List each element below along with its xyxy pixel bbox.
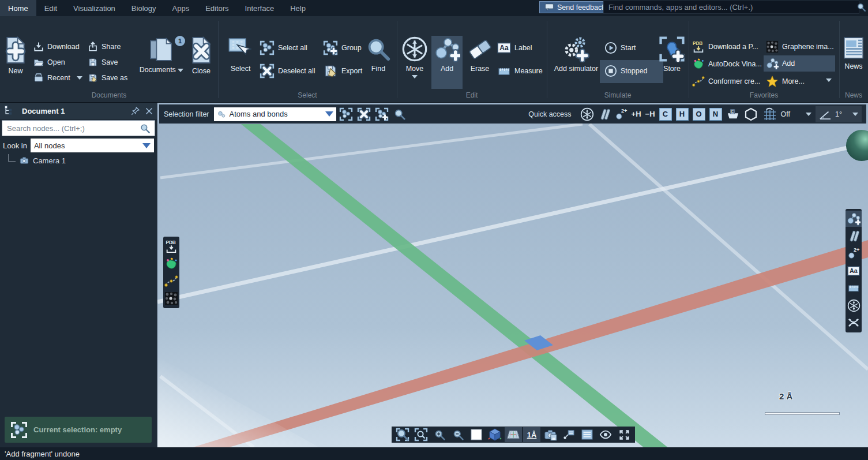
vp-deselect-all-button[interactable] [356, 107, 372, 122]
news-button[interactable]: News [842, 36, 865, 89]
overlay-text-button[interactable] [578, 427, 596, 442]
editors-mini-toolbar: 2+ Aa [846, 209, 862, 332]
angle-snap-control[interactable]: 1° [816, 106, 862, 122]
save-as-button[interactable]: Save as [88, 72, 127, 84]
mini-add-atoms-icon[interactable] [846, 211, 862, 227]
measure-button[interactable]: Measure [497, 65, 543, 77]
command-search-input[interactable] [603, 1, 859, 14]
background-color-button[interactable] [468, 427, 485, 442]
new-document-button[interactable]: New [2, 36, 29, 89]
mini-move-icon[interactable] [846, 297, 862, 313]
pin-icon[interactable] [131, 106, 140, 115]
mini-bond-icon[interactable] [846, 228, 862, 244]
zoom-in-button[interactable] [431, 427, 448, 442]
mini-twister-icon[interactable] [846, 315, 862, 331]
recent-button[interactable]: Recent [33, 72, 70, 84]
zoom-selection-button[interactable] [394, 427, 411, 442]
grid-dropdown-caret[interactable] [806, 113, 811, 116]
export-button[interactable]: Export [323, 65, 362, 77]
screenshot-button[interactable] [542, 427, 559, 442]
close-document-button[interactable]: Close [187, 36, 216, 89]
recent-dropdown-caret[interactable] [77, 76, 82, 80]
element-nitrogen-button[interactable]: N [709, 108, 722, 121]
fullscreen-button[interactable] [615, 427, 633, 442]
tab-interface[interactable]: Interface [237, 0, 283, 16]
select-all-button[interactable]: Select all [260, 42, 307, 54]
annotation-button[interactable] [560, 427, 577, 442]
star-icon [766, 75, 779, 88]
send-feedback-button[interactable]: Send feedback [539, 1, 611, 13]
element-carbon-button[interactable]: C [659, 108, 672, 121]
stopped-button[interactable]: Stopped [604, 65, 648, 77]
visibility-button[interactable] [597, 427, 614, 442]
search-icon[interactable] [856, 2, 866, 12]
remove-hydrogens-button[interactable]: −H [645, 110, 655, 118]
deselect-all-button[interactable]: Deselect all [260, 65, 315, 77]
qa-charge-icon[interactable]: 2+ [615, 108, 627, 121]
viewport-3d[interactable]: Selection filter Atoms and bonds Quick a… [157, 103, 868, 447]
start-button[interactable]: Start [604, 42, 636, 54]
favorite-autodock-button[interactable]: AutoDock Vina... [692, 58, 762, 70]
favorite-conformer-button[interactable]: Conformer cre... [692, 75, 760, 88]
show-grid-button[interactable] [505, 427, 522, 442]
download-button[interactable]: Download [33, 40, 80, 53]
favorite-download-pdb-button[interactable]: PDB Download a P... [692, 40, 758, 53]
move-button[interactable]: Move [400, 36, 429, 89]
open-button[interactable]: Open [33, 56, 65, 69]
favorites-more-caret[interactable] [826, 78, 832, 82]
store-button[interactable]: Store [657, 36, 686, 89]
mini-conformer-icon[interactable] [163, 273, 179, 289]
export-icon [323, 63, 338, 78]
selection-filter-dropdown[interactable]: Atoms and bonds [214, 107, 336, 121]
zoom-out-button[interactable] [449, 427, 467, 442]
save-button[interactable]: Save [88, 56, 118, 69]
tab-help[interactable]: Help [282, 0, 314, 16]
qa-bond-icon[interactable] [598, 108, 611, 121]
protractor-icon [819, 109, 832, 120]
erase-button[interactable]: Erase [465, 36, 495, 89]
unit-scale-button[interactable]: 1Å [523, 427, 540, 442]
select-button[interactable]: Select [224, 36, 257, 89]
grid-snap-icon[interactable] [762, 107, 777, 121]
move-dropdown-caret[interactable] [412, 75, 418, 78]
tab-editors[interactable]: Editors [197, 0, 236, 16]
group-button[interactable]: Group [323, 42, 362, 54]
favorite-graphene-button[interactable]: Graphene ima... [766, 40, 834, 53]
favorite-add-button[interactable]: Add [766, 57, 795, 70]
tab-visualization[interactable]: Visualization [65, 0, 123, 16]
close-panel-icon[interactable] [145, 107, 153, 115]
tab-biology[interactable]: Biology [123, 0, 164, 16]
tab-apps[interactable]: Apps [164, 0, 198, 16]
mini-charge-icon[interactable]: 2+ [846, 245, 862, 261]
element-oxygen-button[interactable]: O [693, 108, 705, 121]
mini-graphene-icon[interactable] [163, 290, 179, 306]
node-search-input[interactable] [2, 120, 155, 136]
mini-pdb-download-icon[interactable]: PDB [163, 238, 179, 255]
vp-find-button[interactable] [392, 107, 408, 122]
ring-hexagon-icon[interactable] [744, 107, 758, 121]
find-button[interactable]: Find [363, 36, 393, 89]
mini-autodock-icon[interactable] [163, 256, 179, 272]
label-button[interactable]: Aa Label [497, 42, 532, 54]
tab-edit[interactable]: Edit [36, 0, 65, 16]
scene-canvas[interactable] [157, 103, 868, 447]
svg-text:PDB: PDB [166, 240, 175, 245]
vp-select-all-button[interactable] [338, 107, 354, 122]
zoom-region-button[interactable] [412, 427, 430, 442]
qa-move-icon[interactable] [580, 107, 594, 121]
favorites-more-button[interactable]: More... [766, 75, 805, 88]
add-button[interactable]: Add [431, 36, 463, 89]
vp-group-button[interactable] [374, 107, 390, 122]
mini-label-icon[interactable]: Aa [846, 263, 862, 279]
saturate-hydrogens-icon[interactable]: H [726, 108, 740, 121]
mini-measure-icon[interactable] [846, 280, 862, 296]
orientation-cube-button[interactable] [486, 427, 503, 442]
element-hydrogen-button[interactable]: H [676, 108, 689, 121]
add-simulator-button[interactable]: Add simulator [551, 36, 601, 89]
tree-item-camera[interactable]: Camera 1 [8, 156, 66, 165]
node-search-icon[interactable] [140, 123, 151, 134]
tab-home[interactable]: Home [0, 0, 36, 16]
add-hydrogens-button[interactable]: +H [632, 110, 641, 118]
share-button[interactable]: Share [88, 40, 121, 53]
look-in-dropdown[interactable]: All nodes [31, 139, 154, 152]
